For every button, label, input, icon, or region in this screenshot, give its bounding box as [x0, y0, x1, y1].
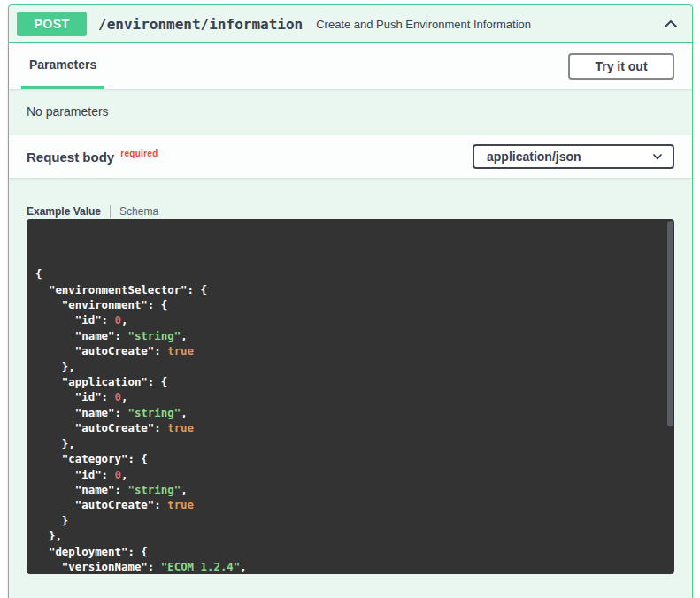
chevron-down-icon: [651, 150, 664, 163]
code-line: "name": "string",: [35, 328, 665, 343]
content-type-select[interactable]: application/json: [473, 144, 674, 169]
code-line: },: [35, 528, 665, 543]
request-body-title: Request bodyrequired: [27, 150, 158, 165]
tab-parameters: Parameters: [21, 43, 104, 89]
code-line: "id": 0,: [35, 467, 665, 482]
endpoint-path: /environment/information: [98, 16, 303, 33]
opblock-post-environment-information: POST /environment/information Create and…: [8, 4, 693, 598]
code-line: "id": 0,: [35, 389, 665, 404]
model-example-section: Example Value Schema { "environmentSelec…: [9, 178, 692, 574]
try-it-out-button[interactable]: Try it out: [568, 53, 674, 80]
model-tabs: Example Value Schema: [27, 204, 674, 218]
code-line: "name": "string",: [35, 405, 665, 420]
example-json-code: { "environmentSelector": { "environment"…: [27, 219, 674, 574]
parameters-title: Parameters: [29, 58, 96, 72]
code-line: "environment": {: [35, 297, 665, 312]
no-parameters-message: No parameters: [9, 89, 692, 135]
code-line: "name": "string",: [35, 482, 665, 497]
request-body-section-header: Request bodyrequired application/json: [9, 135, 692, 178]
code-line: "id": 0,: [35, 312, 665, 327]
code-line: "environmentSelector": {: [35, 282, 665, 297]
code-line: "versionName": "ECOM 1.2.4",: [35, 559, 665, 574]
opblock-summary[interactable]: POST /environment/information Create and…: [9, 5, 692, 43]
code-line: "application": {: [35, 374, 665, 389]
code-line: }: [35, 513, 665, 528]
code-line: {: [35, 266, 665, 281]
code-line: },: [35, 359, 665, 374]
tab-schema[interactable]: Schema: [119, 205, 158, 218]
code-line: "category": {: [35, 451, 665, 466]
code-line: "deployment": {: [35, 544, 665, 559]
code-scrollbar[interactable]: [667, 221, 673, 426]
content-type-selected-value: application/json: [487, 150, 581, 164]
parameters-section-header: Parameters Try it out: [9, 43, 692, 89]
tab-divider: [110, 205, 111, 218]
http-method-badge: POST: [17, 12, 87, 36]
code-line: "autoCreate": true: [35, 420, 665, 435]
code-line: },: [35, 436, 665, 451]
tab-example-value[interactable]: Example Value: [27, 205, 101, 218]
endpoint-description: Create and Push Environment Information: [316, 18, 531, 31]
chevron-up-icon[interactable]: [662, 15, 680, 33]
required-badge: required: [120, 149, 158, 158]
code-line: "autoCreate": true: [35, 343, 665, 358]
code-line: "autoCreate": true: [35, 497, 665, 512]
